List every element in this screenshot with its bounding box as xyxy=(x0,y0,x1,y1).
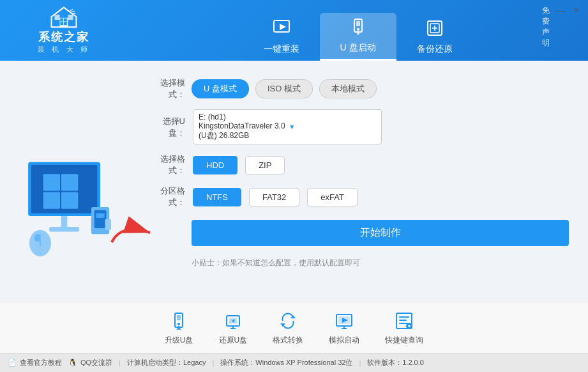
svg-rect-23 xyxy=(43,174,60,190)
format-type-row: 选择格式： HDD ZIP xyxy=(147,153,569,176)
qq-group-label: QQ交流群 xyxy=(80,358,112,368)
svg-point-39 xyxy=(177,323,180,325)
shortcut-query-label: 快捷键查询 xyxy=(385,335,423,346)
svg-rect-16 xyxy=(357,32,359,35)
svg-marker-47 xyxy=(290,315,296,318)
mode-row: 选择模式： U 盘模式 ISO 模式 本地模式 xyxy=(147,77,569,100)
ntfs-btn[interactable]: NTFS xyxy=(193,188,241,206)
mode-local-btn[interactable]: 本地模式 xyxy=(319,79,377,98)
udisk-dropdown-arrow: ▼ xyxy=(289,123,376,130)
statusbar: 📄 查看官方教程 🐧 QQ交流群 | 计算机启动类型：Legacy | 操作系统… xyxy=(0,353,588,372)
svg-rect-26 xyxy=(61,192,78,208)
tab-backup-label: 备份还原 xyxy=(417,43,453,55)
fat32-btn[interactable]: FAT32 xyxy=(249,188,299,206)
divider1: | xyxy=(119,359,121,367)
svg-rect-30 xyxy=(94,210,107,228)
exfat-btn[interactable]: exFAT xyxy=(307,188,358,206)
tab-reinstall[interactable]: 一键重装 xyxy=(243,13,320,61)
svg-rect-5 xyxy=(64,19,67,22)
partition-format-label: 分区格式： xyxy=(147,185,185,208)
minimize-button[interactable]: — xyxy=(552,4,569,17)
logo-sub: 装 机 大 师 xyxy=(38,45,89,54)
format-type-label: 选择格式： xyxy=(147,153,185,176)
toolbar-format-convert[interactable]: 格式转换 xyxy=(273,309,303,346)
toolbar-shortcut-query[interactable]: 快捷键查询 xyxy=(385,309,423,346)
svg-point-15 xyxy=(357,28,359,31)
mode-iso-btn[interactable]: ISO 模式 xyxy=(255,79,313,98)
hdd-btn[interactable]: HDD xyxy=(193,156,237,174)
svg-line-8 xyxy=(70,10,73,11)
nav-tabs: 一键重装 U 盘启动 备份还原 xyxy=(128,0,588,61)
logo-text: 系统之家 xyxy=(38,29,89,45)
doc-tutorial-item[interactable]: 📄 查看官方教程 xyxy=(8,358,62,368)
svg-rect-55 xyxy=(399,316,409,318)
svg-line-9 xyxy=(71,11,75,12)
logo-icon xyxy=(47,6,80,28)
svg-rect-6 xyxy=(60,22,63,25)
udisk-row: 选择U盘： E: (hd1) KingstonDataTraveler 3.0 … xyxy=(147,109,569,144)
svg-rect-3 xyxy=(68,15,73,20)
udisk-icon xyxy=(350,18,366,40)
svg-rect-25 xyxy=(43,192,60,208)
upgrade-udisk-icon xyxy=(167,309,190,332)
free-declaration-link[interactable]: 免费声明 xyxy=(542,5,550,49)
restore-udisk-label: 还原U盘 xyxy=(219,335,248,346)
svg-rect-38 xyxy=(177,315,181,320)
backup-icon xyxy=(426,19,444,41)
shortcut-query-icon xyxy=(393,309,416,332)
tab-reinstall-label: 一键重装 xyxy=(264,43,299,55)
mode-label: 选择模式： xyxy=(147,77,185,100)
svg-rect-14 xyxy=(356,21,360,26)
tab-udisk[interactable]: U 盘启动 xyxy=(320,13,396,61)
toolbar-simulate-boot[interactable]: 模拟启动 xyxy=(329,309,359,346)
simulate-boot-icon xyxy=(333,309,356,332)
svg-rect-2 xyxy=(54,15,59,20)
tab-udisk-label: U 盘启动 xyxy=(340,42,376,54)
boot-type-text: 计算机启动类型：Legacy xyxy=(127,358,206,368)
divider3: | xyxy=(359,359,361,367)
restore-udisk-icon xyxy=(222,309,245,332)
svg-rect-31 xyxy=(96,213,104,218)
udisk-selector[interactable]: E: (hd1) KingstonDataTraveler 3.0 (U盘) 2… xyxy=(193,109,382,144)
format-convert-icon xyxy=(276,309,299,332)
bottom-toolbar: 升级U盘 还原U盘 格式转换 xyxy=(0,302,588,353)
titlebar: 免费声明 — × xyxy=(547,0,588,20)
zip-btn[interactable]: ZIP xyxy=(245,156,285,174)
qq-icon: 🐧 xyxy=(68,359,77,367)
svg-rect-7 xyxy=(64,22,67,25)
svg-rect-24 xyxy=(61,174,78,190)
upgrade-udisk-label: 升级U盘 xyxy=(165,335,193,346)
header: 系统之家 装 机 大 师 一键重装 U 盘启动 xyxy=(0,0,588,61)
tab-backup[interactable]: 备份还原 xyxy=(396,13,473,61)
doc-icon: 📄 xyxy=(8,359,17,367)
udisk-label: 选择U盘： xyxy=(147,116,185,139)
format-convert-label: 格式转换 xyxy=(273,335,303,346)
logo-area: 系统之家 装 机 大 师 xyxy=(0,0,128,61)
svg-rect-57 xyxy=(399,323,408,324)
toolbar-restore-udisk[interactable]: 还原U盘 xyxy=(219,309,248,346)
svg-rect-27 xyxy=(61,216,67,228)
svg-rect-4 xyxy=(60,19,63,22)
toolbar-upgrade-udisk[interactable]: 升级U盘 xyxy=(165,309,193,346)
close-button[interactable]: × xyxy=(570,4,583,17)
qq-group-item[interactable]: 🐧 QQ交流群 xyxy=(68,358,112,368)
svg-rect-35 xyxy=(34,234,40,241)
start-button[interactable]: 开始制作 xyxy=(192,220,569,246)
mode-udisk-btn[interactable]: U 盘模式 xyxy=(192,79,249,98)
svg-marker-48 xyxy=(280,323,285,327)
svg-marker-12 xyxy=(280,24,286,30)
svg-line-10 xyxy=(72,13,75,14)
os-text: 操作系统：Windows XP Professional 32位 xyxy=(220,358,352,368)
simulate-boot-label: 模拟启动 xyxy=(329,335,359,346)
partition-format-row: 分区格式： NTFS FAT32 exFAT xyxy=(147,185,569,208)
arrow-pointer xyxy=(109,217,160,251)
tip-text: 小贴士：如果不知道怎么配置，使用默认配置即可 xyxy=(192,258,569,268)
udisk-value: E: (hd1) KingstonDataTraveler 3.0 (U盘) 2… xyxy=(199,112,286,141)
svg-rect-56 xyxy=(399,320,407,321)
reinstall-icon xyxy=(273,19,290,41)
version-text: 软件版本：1.2.0.0 xyxy=(367,358,424,368)
svg-rect-28 xyxy=(49,227,79,232)
doc-tutorial-label: 查看官方教程 xyxy=(20,358,62,368)
divider2: | xyxy=(212,359,214,367)
